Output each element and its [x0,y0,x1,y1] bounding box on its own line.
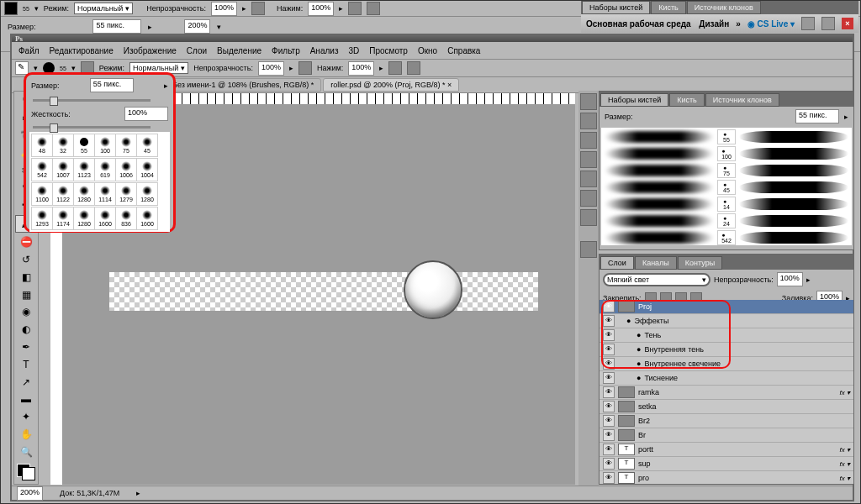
brush-stroke-list[interactable]: ●55●100●75●45●14●24●542 [601,128,852,245]
brush-preset[interactable]: 1100 [31,182,53,206]
menu-layer[interactable]: Слои [187,46,207,55]
menu-edit[interactable]: Редактирование [50,46,114,55]
panel-icon[interactable] [580,93,597,110]
menu-select[interactable]: Выделение [217,46,261,55]
menu-icon[interactable]: ▸ [844,113,848,121]
visibility-toggle[interactable]: 👁 [603,301,615,312]
layer-opacity-field[interactable]: 100% [777,272,803,286]
visibility-toggle[interactable]: 👁 [603,372,615,384]
brush-preset[interactable]: 1280 [73,182,95,206]
brush-preset[interactable]: 542 [31,158,53,181]
tablet-size-icon[interactable] [407,61,420,75]
clone-tab[interactable]: Источник клонов [705,93,779,107]
outer-size-field[interactable]: 55 пикс. [92,19,141,34]
flyout-arrow-icon[interactable]: ▸ [164,81,168,90]
brush-preset-grid[interactable]: 4832551007545542100711236191006100411001… [29,132,170,232]
outer-clone-tab[interactable]: Источник клонов [687,1,761,14]
paths-tab[interactable]: Контуры [678,256,722,270]
visibility-toggle[interactable]: 👁 [603,415,615,427]
blend-mode-dropdown[interactable]: Нормальный ▾ [74,3,133,14]
minimize-icon[interactable] [801,17,815,30]
brush-preset[interactable]: 1280 [73,207,95,230]
layers-tab[interactable]: Слои [600,256,634,270]
visibility-toggle[interactable]: 👁 [603,429,615,441]
visibility-toggle[interactable]: 👁 [603,358,615,370]
menu-file[interactable]: Файл [18,46,40,55]
shape-tool-icon[interactable]: ▬ [16,391,36,407]
brush-preset[interactable]: 1279 [115,182,137,206]
opacity-field[interactable]: 100% [211,2,237,16]
brush-preset[interactable]: 1293 [31,207,53,230]
outer-zoom-field[interactable]: 200% [184,19,210,34]
inner-flow-field[interactable]: 100% [348,61,374,76]
outer-brushsets-tab[interactable]: Наборы кистей [582,1,650,14]
layer-row[interactable]: 👁Tsupfx ▾ [600,457,853,471]
panel-icon[interactable] [580,151,597,168]
eraser-tool-icon[interactable]: ◧ [16,269,36,285]
path-tool-icon[interactable]: ↗ [16,374,36,390]
tablet-size-icon[interactable] [367,2,380,15]
visibility-toggle[interactable]: 👁 [603,472,615,484]
panel-icon[interactable] [580,241,597,258]
visibility-toggle[interactable]: 👁 [603,458,615,470]
type-tool-icon[interactable]: T [16,356,36,372]
history-brush-tool-icon[interactable]: ↺ [16,251,36,267]
zoom-tool-icon[interactable]: 🔍 [16,444,36,460]
color-swatches[interactable] [17,464,35,480]
brush-preset[interactable]: 1114 [94,182,116,206]
tablet-opacity-icon[interactable] [298,61,312,75]
brush-preset[interactable]: 1004 [136,158,158,181]
brush-preset[interactable]: 48 [31,134,53,157]
panel-icon[interactable] [580,113,597,129]
status-zoom[interactable]: 200% [17,486,43,501]
brush-stroke-row[interactable]: ●24 [605,213,848,228]
panel-icon[interactable] [580,132,597,149]
brush-preset[interactable]: 1123 [73,158,95,181]
workspace-label[interactable]: Основная рабочая среда [586,19,691,29]
brush-preset[interactable]: 32 [52,134,74,157]
airbrush-icon[interactable] [388,61,402,75]
visibility-toggle[interactable]: 👁 [603,315,615,327]
flow-field[interactable]: 100% [308,2,334,16]
layer-row[interactable]: 👁ramkafx ▾ [600,386,853,400]
visibility-toggle[interactable]: 👁 [603,344,615,355]
stepper-icon[interactable]: ▸ [148,23,152,31]
brush-preset[interactable]: 1600 [94,207,116,230]
hardness-field[interactable]: 100% [124,107,168,121]
brush-stroke-row[interactable]: ●75 [605,163,848,178]
brush-stroke-row[interactable]: ●55 [605,129,848,144]
blend-mode-select[interactable]: Мягкий свет▾ [603,273,710,286]
layer-row[interactable]: 👁●Тень [600,328,853,343]
pen-tool-icon[interactable]: ✒ [16,339,36,355]
outer-brush-tab[interactable]: Кисть [651,1,686,14]
brush-stroke-row[interactable]: ●14 [605,197,848,212]
menu-analysis[interactable]: Анализ [310,46,339,55]
layer-row[interactable]: 👁Br [600,428,853,443]
document-canvas[interactable] [109,272,538,311]
brush-stroke-row[interactable]: ●542 [605,230,848,245]
brushsets-tab[interactable]: Наборы кистей [600,93,668,107]
airbrush-icon[interactable] [348,2,362,15]
brush-preset[interactable]: 1007 [52,158,74,181]
visibility-toggle[interactable]: 👁 [603,401,615,412]
brush-tab[interactable]: Кисть [669,93,705,107]
layer-row[interactable]: 👁●Внутренняя тень [600,343,853,357]
brush-preset[interactable]: 619 [94,158,116,181]
layer-row[interactable]: 👁●Эффекты [600,314,853,328]
close-icon[interactable]: × [447,81,452,89]
brush-preset[interactable]: 75 [115,134,137,157]
gradient-tool-icon[interactable]: ▦ [16,286,36,302]
menu-filter[interactable]: Фильтр [272,46,300,55]
layer-row[interactable]: 👁Br2 [600,414,853,428]
layer-row[interactable]: 👁Proj [600,300,853,314]
inner-tab-2[interactable]: roller.psd @ 200% (Proj, RGB/8) * × [323,78,459,92]
menu-view[interactable]: Просмотр [369,46,408,55]
menu-image[interactable]: Изображение [124,46,177,55]
inner-opacity-field[interactable]: 100% [258,61,284,76]
panel-icon[interactable] [580,171,597,187]
layer-row[interactable]: 👁Tprofx ▾ [600,471,853,484]
brush-size-field[interactable]: 55 пикс. [90,78,134,92]
brush-preset[interactable]: 1122 [52,182,74,206]
tablet-opacity-icon[interactable] [251,2,265,15]
design-workspace[interactable]: Дизайн [699,19,729,29]
